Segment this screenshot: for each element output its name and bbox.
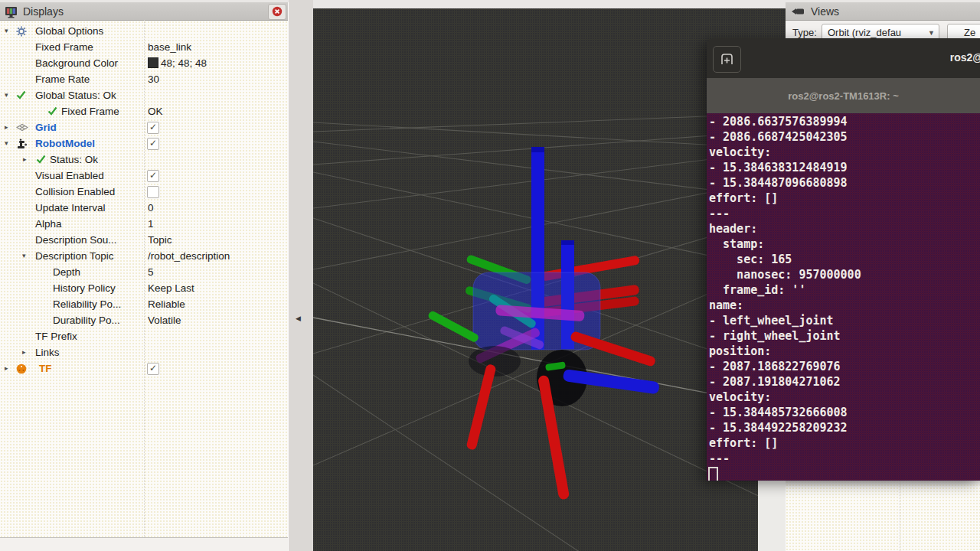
enabled-checkbox[interactable] bbox=[147, 186, 159, 198]
display-row-grid[interactable]: ▸Grid✓ bbox=[0, 120, 288, 136]
property-label: Visual Enabled bbox=[35, 170, 104, 181]
property-value[interactable]: OK bbox=[148, 106, 163, 117]
display-row-description-source[interactable]: Description Sou...Topic bbox=[0, 233, 288, 249]
expander-closed-icon[interactable]: ▸ bbox=[23, 155, 31, 163]
property-label: Links bbox=[35, 347, 60, 358]
property-value[interactable]: 0 bbox=[148, 202, 154, 214]
robot-icon bbox=[16, 139, 28, 152]
property-value[interactable]: 1 bbox=[148, 218, 154, 230]
property-value[interactable]: Reliable bbox=[148, 298, 185, 310]
terminal-line: --- bbox=[709, 206, 730, 221]
views-list-panel bbox=[786, 481, 980, 551]
enabled-checkbox[interactable]: ✓ bbox=[147, 138, 159, 150]
property-value[interactable]: Volatile bbox=[148, 315, 181, 326]
terminal-headerbar[interactable]: ros2@ bbox=[707, 38, 980, 78]
views-panel-title: Views bbox=[811, 5, 839, 18]
property-value[interactable]: 30 bbox=[148, 73, 159, 85]
display-row-description-topic[interactable]: ▾Description Topic/robot_description bbox=[0, 249, 288, 265]
right-panel-gutter bbox=[758, 481, 786, 551]
display-row-frame-rate[interactable]: Frame Rate30 bbox=[0, 72, 288, 88]
enabled-checkbox[interactable]: ✓ bbox=[147, 170, 159, 182]
display-row-collision-enabled[interactable]: Collision Enabled bbox=[0, 184, 288, 201]
property-label: TF bbox=[39, 363, 52, 374]
display-row-history-policy[interactable]: History PolicyKeep Last bbox=[0, 281, 288, 297]
terminal-line: sec: 165 bbox=[709, 252, 792, 267]
terminal-cursor bbox=[708, 467, 718, 481]
expander-closed-icon[interactable]: ▸ bbox=[5, 123, 12, 131]
close-displays-button[interactable] bbox=[268, 4, 286, 20]
rviz-window: Displays ▾Global OptionsFixed Framebase_… bbox=[0, 0, 980, 551]
property-label: Collision Enabled bbox=[35, 186, 115, 197]
new-tab-icon bbox=[714, 47, 740, 72]
property-label: Fixed Frame bbox=[35, 41, 93, 53]
terminal-line: name: bbox=[709, 298, 743, 313]
expander-closed-icon[interactable]: ▸ bbox=[22, 348, 30, 356]
property-label: Reliability Po... bbox=[53, 298, 121, 310]
terminal-line: position: bbox=[709, 344, 771, 359]
terminal-window: ros2@ ros2@ros2-TM1613R: ~ - 2086.663757… bbox=[707, 38, 980, 481]
views-list-column-divider[interactable] bbox=[900, 481, 900, 551]
property-label: Grid bbox=[35, 122, 57, 133]
display-row-tf-prefix[interactable]: TF Prefix bbox=[0, 329, 288, 345]
property-label: History Policy bbox=[53, 282, 116, 294]
display-row-alpha[interactable]: Alpha1 bbox=[0, 217, 288, 233]
property-value[interactable]: 48; 48; 48 bbox=[161, 57, 207, 69]
display-row-fixed-frame-status[interactable]: Fixed FrameOK bbox=[0, 104, 288, 120]
terminal-line: nanosec: 957000000 bbox=[709, 267, 861, 282]
terminal-line: frame_id: '' bbox=[709, 282, 805, 298]
terminal-line: - 2087.186822769076 bbox=[709, 359, 841, 374]
display-row-status-ok[interactable]: ▸Status: Ok bbox=[0, 152, 288, 168]
display-row-background-color[interactable]: Background Color48; 48; 48 bbox=[0, 56, 288, 72]
display-row-reliability-policy[interactable]: Reliability Po...Reliable bbox=[0, 297, 288, 313]
property-label: RobotModel bbox=[35, 138, 95, 149]
new-tab-button[interactable] bbox=[713, 46, 741, 73]
terminal-line: - left_wheel_joint bbox=[709, 313, 834, 328]
panel-splitter[interactable] bbox=[289, 0, 313, 551]
panel-collapse-arrow-icon[interactable]: ◀ bbox=[296, 315, 303, 325]
terminal-tab-title: ros2@ros2-TM1613R: ~ bbox=[788, 90, 899, 102]
display-row-update-interval[interactable]: Update Interval0 bbox=[0, 201, 288, 217]
terminal-line: - 2086.6637576389994 bbox=[709, 114, 848, 129]
expander-closed-icon[interactable]: ▸ bbox=[5, 364, 12, 372]
display-row-visual-enabled[interactable]: Visual Enabled✓ bbox=[0, 168, 288, 184]
displays-tree: ▾Global OptionsFixed Framebase_linkBackg… bbox=[0, 20, 288, 537]
displays-icon bbox=[5, 6, 18, 21]
display-row-tf[interactable]: ▸TF✓ bbox=[0, 361, 288, 377]
property-value[interactable]: base_link bbox=[148, 41, 191, 53]
terminal-output[interactable]: - 2086.6637576389994- 2086.6687425042305… bbox=[707, 113, 980, 481]
expander-open-icon[interactable]: ▾ bbox=[5, 139, 12, 147]
display-row-robot-model[interactable]: ▾RobotModel✓ bbox=[0, 136, 288, 152]
property-label: TF Prefix bbox=[35, 331, 77, 342]
expander-open-icon[interactable]: ▾ bbox=[5, 27, 12, 34]
property-label: Background Color bbox=[35, 57, 118, 69]
display-row-links[interactable]: ▸Links bbox=[0, 345, 288, 361]
property-label: Alpha bbox=[35, 218, 62, 230]
display-row-fixed-frame[interactable]: Fixed Framebase_link bbox=[0, 40, 288, 56]
enabled-checkbox[interactable]: ✓ bbox=[147, 122, 159, 134]
terminal-line: --- bbox=[709, 451, 730, 466]
property-value[interactable]: /robot_description bbox=[148, 250, 230, 262]
display-row-global-options[interactable]: ▾Global Options bbox=[0, 24, 288, 40]
views-list-top-shadow bbox=[786, 481, 980, 487]
display-row-depth[interactable]: Depth5 bbox=[0, 265, 288, 281]
terminal-window-title: ros2@ bbox=[950, 51, 980, 64]
property-value[interactable]: Keep Last bbox=[148, 282, 194, 294]
display-row-durability-policy[interactable]: Durability Po...Volatile bbox=[0, 313, 288, 329]
property-label: Depth bbox=[53, 266, 80, 278]
displays-panel-header[interactable]: Displays bbox=[0, 2, 288, 21]
property-value[interactable]: Topic bbox=[148, 234, 172, 246]
property-value[interactable]: 5 bbox=[148, 266, 154, 278]
displays-panel: Displays ▾Global OptionsFixed Framebase_… bbox=[0, 2, 289, 551]
camera-icon bbox=[792, 6, 805, 18]
enabled-checkbox[interactable]: ✓ bbox=[147, 363, 159, 375]
views-panel-header[interactable]: Views bbox=[786, 2, 980, 21]
terminal-tab[interactable]: ros2@ros2-TM1613R: ~ bbox=[707, 78, 980, 113]
display-row-global-status[interactable]: ▾Global Status: Ok bbox=[0, 88, 288, 104]
terminal-line: - 15.384638312484919 bbox=[709, 160, 848, 175]
gear-icon bbox=[16, 26, 27, 39]
property-label: Global Status: Ok bbox=[35, 90, 116, 101]
terminal-line: velocity: bbox=[709, 390, 771, 405]
expander-open-icon[interactable]: ▾ bbox=[5, 91, 12, 99]
grid-icon bbox=[16, 122, 28, 134]
expander-open-icon[interactable]: ▾ bbox=[22, 252, 30, 259]
